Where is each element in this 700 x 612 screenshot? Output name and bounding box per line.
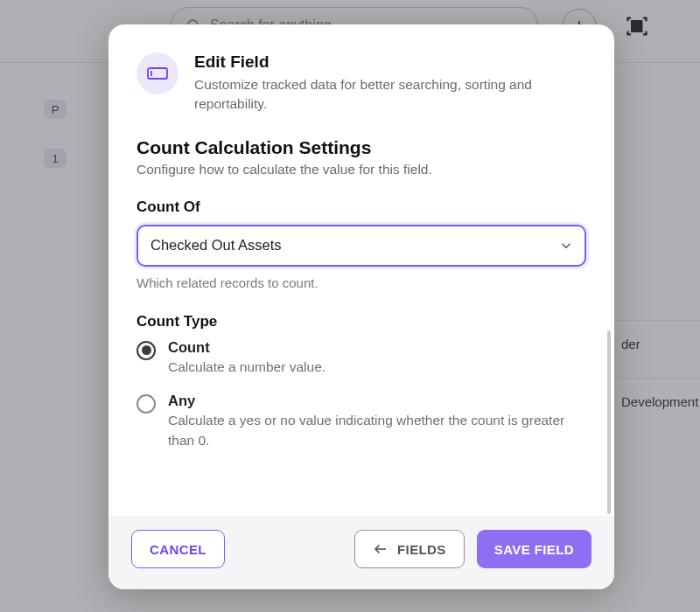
section-title: Count Calculation Settings <box>136 137 586 158</box>
radio-dot-icon <box>142 345 151 355</box>
save-field-button[interactable]: SAVE FIELD <box>477 530 592 568</box>
modal-body: Edit Field Customize tracked data for be… <box>108 24 614 516</box>
radio-description: Calculate a number value. <box>168 358 326 377</box>
radio-button-unselected <box>136 394 156 414</box>
count-of-help: Which related records to count. <box>136 275 586 290</box>
count-of-label: Count Of <box>136 198 586 216</box>
count-type-option-any[interactable]: Any Calculate a yes or no value indicati… <box>136 393 586 450</box>
modal-header: Edit Field Customize tracked data for be… <box>136 52 586 115</box>
count-of-select-wrap: Checked Out Assets <box>136 225 586 267</box>
radio-button-selected <box>136 341 156 360</box>
modal-title: Edit Field <box>194 52 586 72</box>
fields-button[interactable]: FIELDS <box>354 530 465 568</box>
modal-footer: CANCEL FIELDS SAVE FIELD <box>108 516 614 589</box>
radio-text: Any Calculate a yes or no value indicati… <box>168 393 586 450</box>
scrollbar-thumb[interactable] <box>607 330 611 514</box>
count-of-value: Checked Out Assets <box>150 237 282 254</box>
field-icon <box>146 64 169 83</box>
radio-label: Count <box>168 339 326 356</box>
count-of-select[interactable]: Checked Out Assets <box>136 225 586 267</box>
arrow-left-icon <box>373 541 388 557</box>
edit-field-modal: Edit Field Customize tracked data for be… <box>108 24 614 589</box>
count-type-label: Count Type <box>136 313 586 330</box>
radio-label: Any <box>168 393 586 409</box>
cancel-button[interactable]: CANCEL <box>131 530 225 568</box>
modal-subtitle: Customize tracked data for better search… <box>194 75 586 115</box>
count-type-group: Count Calculate a number value. Any Calc… <box>136 339 586 450</box>
field-icon-wrap <box>136 52 178 94</box>
radio-description: Calculate a yes or no value indicating w… <box>168 411 586 450</box>
modal-header-text: Edit Field Customize tracked data for be… <box>194 52 586 115</box>
count-type-option-count[interactable]: Count Calculate a number value. <box>136 339 586 377</box>
section-subtitle: Configure how to calculate the value for… <box>136 162 586 177</box>
radio-text: Count Calculate a number value. <box>168 339 326 377</box>
